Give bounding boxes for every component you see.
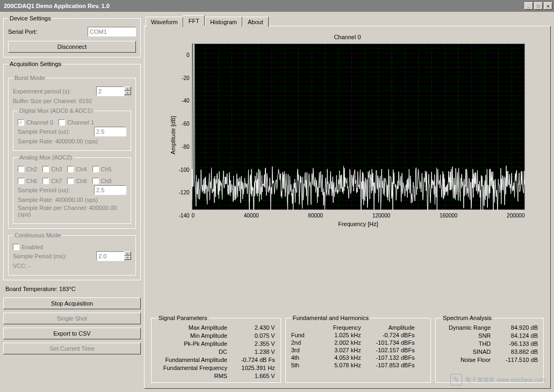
analog-ch-checkbox[interactable] — [92, 166, 99, 172]
disconnect-button[interactable]: Disconnect — [8, 41, 136, 53]
continuous-legend: Continuous Mode — [13, 232, 62, 238]
cm-sample-period-label: Sample Period (ms): — [13, 253, 67, 259]
serial-port-input[interactable] — [88, 27, 136, 37]
analog-mux-legend: Analog Mux (ADC2) — [18, 154, 74, 161]
harmonic-freq: 1.025 kHz — [318, 332, 361, 338]
harmonic-amp: -107.132 dBFs — [366, 354, 415, 361]
param-value: 2.430 V — [235, 324, 275, 331]
spin-down-icon[interactable]: ▼ — [124, 91, 131, 95]
spectrum-value: 84.124 dB — [498, 332, 538, 339]
analog-ch-checkbox[interactable] — [67, 166, 74, 172]
burst-legend: Burst Mode — [13, 75, 46, 81]
single-shot-button[interactable]: Single Shot — [3, 313, 141, 324]
spin-up-icon[interactable]: ▲ — [124, 86, 131, 91]
am-sample-rate-label: Sample Rate: 400000.00 (sps) — [18, 197, 126, 203]
dm-sample-period-input[interactable] — [94, 127, 126, 136]
harmonic-freq: 5.078 kHz — [318, 362, 361, 368]
param-value: 0.075 V — [235, 332, 275, 339]
spectrum-value: 83.882 dB — [498, 349, 538, 355]
harmonic-freq: 2.002 kHz — [318, 339, 361, 346]
spectrum-label: SNR — [441, 332, 491, 339]
tab-page-fft: Channel 0 Amplitude [dB] 0-20-40-60-80-1… — [144, 26, 551, 389]
analog-ch-label: Ch7 — [51, 178, 62, 184]
param-label: Max Amplitude — [157, 324, 227, 331]
burst-mode-group: Burst Mode Experiment period (s): ▲▼ Buf… — [8, 75, 136, 229]
param-label: Pk-Pk Amplitude — [157, 340, 227, 347]
spectrum-value: -117.510 dB — [498, 357, 538, 363]
param-value: 1025.391 Hz — [235, 365, 275, 371]
spectrum-value: 84.920 dB — [498, 324, 538, 331]
analog-ch-checkbox[interactable] — [42, 166, 49, 172]
tab-fft[interactable]: FFT — [183, 15, 205, 26]
title-bar: 200CDAQ1 Demo Application Rev. 1.0 _ □ × — [0, 0, 554, 12]
analog-ch-checkbox[interactable] — [18, 178, 24, 184]
analog-ch-checkbox[interactable] — [92, 178, 99, 184]
acquisition-settings-group: Acquisition Settings Burst Mode Experime… — [3, 61, 141, 280]
spin-up-icon[interactable]: ▲ — [124, 251, 131, 256]
tab-about[interactable]: About — [242, 17, 269, 27]
channel1-checkbox[interactable] — [59, 119, 65, 126]
analog-ch-checkbox[interactable] — [67, 178, 74, 184]
serial-port-label: Serial Port: — [8, 28, 37, 35]
watermark-logo-icon: ✎ — [450, 374, 462, 386]
channel0-checkbox[interactable]: ✓ — [18, 119, 24, 126]
harmonic-amp: -0.724 dBFs — [366, 332, 415, 338]
dm-sample-rate-label: Sample Rate: 400000.00 (sps) — [18, 138, 126, 144]
harmonic-name: 4th — [291, 354, 313, 361]
spectrum-label: Noise Floor — [441, 357, 491, 363]
export-csv-button[interactable]: Export to CSV — [3, 328, 141, 339]
analog-ch-label: Ch9 — [101, 178, 112, 184]
chart-title: Channel 0 — [334, 34, 361, 40]
continuous-enabled-label: Enabled — [21, 244, 43, 250]
spectrum-analysis-panel: Spectrum Analysis Dynamic Range84.920 dB… — [435, 315, 544, 383]
harmonic-freq: 3.027 kHz — [318, 347, 361, 353]
harmonics-header: Amplitude — [366, 324, 415, 331]
watermark-text: 电子发烧友 www.elecfans.com — [465, 376, 545, 384]
dm-sample-period-label: Sample Period (us): — [18, 128, 70, 135]
harmonic-name: 2nd — [291, 339, 313, 346]
analog-ch-label: Ch5 — [101, 166, 112, 172]
analog-ch-label: Ch8 — [76, 178, 87, 184]
spectrum-label: Dynamic Range — [441, 324, 491, 331]
harmonics-legend: Fundamental and Harmonics — [291, 315, 370, 321]
device-settings-group: Device Settings Serial Port: Disconnect — [3, 15, 141, 57]
analog-ch-label: Ch3 — [51, 166, 62, 172]
minimize-button[interactable]: _ — [524, 2, 533, 10]
channel0-label: Channel 0 — [26, 119, 53, 126]
harmonics-header: Frequency — [318, 324, 361, 331]
close-button[interactable]: × — [544, 2, 552, 10]
digital-mux-group: Digital Mux (ADC0 & ADC1) ✓Channel 0 Cha… — [13, 107, 131, 151]
analog-ch-checkbox[interactable] — [18, 166, 24, 172]
buffer-size-label: Buffer Size per Channel: 8192 — [13, 98, 131, 104]
harmonic-amp: -107.853 dBFs — [366, 362, 415, 368]
tab-histogram[interactable]: Histogram — [205, 17, 242, 27]
harmonic-amp: -101.734 dBFs — [366, 339, 415, 346]
analog-ch-checkbox[interactable] — [42, 178, 49, 184]
stop-acquisition-button[interactable]: Stop Acquisition — [3, 297, 141, 309]
spectrum-value: -96.133 dB — [498, 340, 538, 347]
experiment-period-label: Experiment period (s): — [13, 88, 71, 95]
cm-sample-period-input[interactable] — [96, 251, 124, 261]
spectrum-legend: Spectrum Analysis — [441, 315, 493, 321]
digital-mux-legend: Digital Mux (ADC0 & ADC1) — [18, 107, 94, 114]
channel1-label: Channel 1 — [67, 119, 94, 126]
continuous-enabled-checkbox[interactable] — [13, 244, 19, 250]
acq-legend: Acquisition Settings — [8, 61, 63, 67]
tab-bar: WaveformFFTHistogramAbout — [144, 15, 551, 26]
set-time-button[interactable]: Set Current Time — [3, 343, 141, 354]
fft-chart — [192, 43, 525, 210]
signal-params-legend: Signal Parameters — [157, 315, 209, 321]
chart-ylabel: Amplitude [dB] — [170, 116, 176, 155]
maximize-button[interactable]: □ — [534, 2, 543, 10]
tab-waveform[interactable]: Waveform — [146, 17, 183, 27]
spin-down-icon[interactable]: ▼ — [124, 256, 131, 260]
chart-xlabel: Frequency [Hz] — [192, 221, 525, 227]
window-title: 200CDAQ1 Demo Application Rev. 1.0 — [2, 3, 110, 9]
param-label: RMS — [157, 373, 227, 379]
harmonic-name: 3rd — [291, 347, 313, 353]
param-value: -0.724 dB Fs — [235, 357, 275, 363]
experiment-period-input[interactable] — [96, 86, 124, 96]
harmonic-amp: -102.157 dBFs — [366, 347, 415, 353]
param-value: 1.665 V — [235, 373, 275, 379]
am-sample-period-input[interactable] — [94, 185, 126, 195]
